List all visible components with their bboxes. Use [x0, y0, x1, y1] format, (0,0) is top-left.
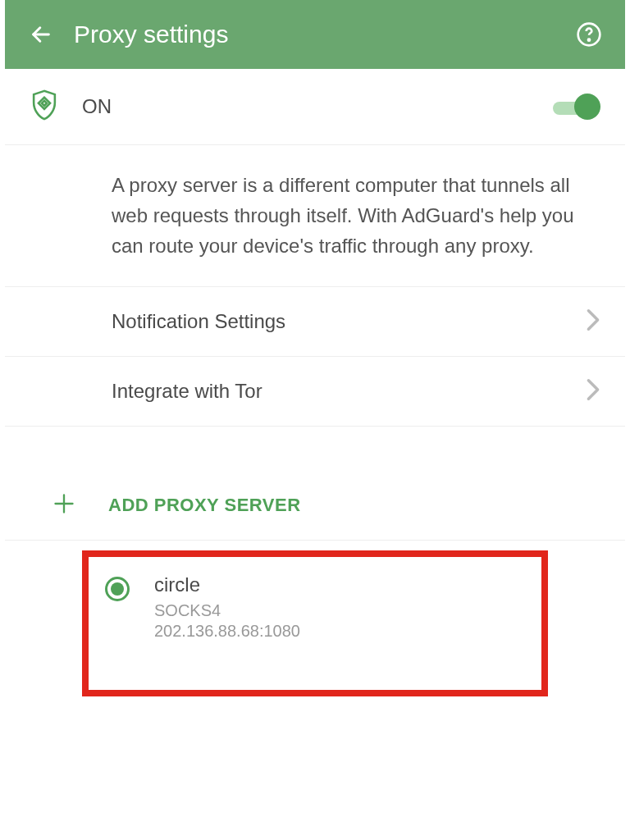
help-button[interactable] — [573, 18, 605, 51]
add-proxy-label: ADD PROXY SERVER — [108, 495, 301, 516]
integrate-tor-item[interactable]: Integrate with Tor — [5, 357, 625, 427]
proxy-toggle[interactable] — [553, 98, 600, 116]
spacer — [0, 427, 630, 471]
app-header: Proxy settings — [5, 0, 625, 69]
shield-icon — [30, 89, 59, 125]
proxy-details: circle SOCKS4 202.136.88.68:1080 — [154, 573, 300, 641]
proxy-address: 202.136.88.68:1080 — [154, 622, 300, 641]
chevron-right-icon — [586, 378, 600, 404]
page-title: Proxy settings — [74, 21, 573, 48]
svg-rect-3 — [39, 98, 50, 109]
arrow-left-icon — [30, 23, 52, 46]
svg-point-2 — [588, 39, 590, 41]
plus-icon — [52, 492, 75, 518]
radio-selected[interactable] — [105, 577, 130, 601]
proxy-server-item[interactable]: circle SOCKS4 202.136.88.68:1080 — [82, 550, 548, 696]
proxy-description: A proxy server is a different computer t… — [5, 145, 625, 287]
menu-label: Notification Settings — [112, 310, 586, 333]
add-proxy-button[interactable]: ADD PROXY SERVER — [5, 471, 625, 541]
status-label: ON — [82, 95, 553, 118]
menu-label: Integrate with Tor — [112, 380, 586, 403]
back-button[interactable] — [25, 18, 57, 51]
proxy-name: circle — [154, 573, 300, 596]
radio-icon — [105, 577, 130, 601]
proxy-status-row: ON — [5, 69, 625, 145]
chevron-right-icon — [586, 308, 600, 335]
toggle-thumb — [574, 94, 600, 120]
notification-settings-item[interactable]: Notification Settings — [5, 287, 625, 357]
proxy-type: SOCKS4 — [154, 601, 300, 620]
help-icon — [576, 21, 602, 48]
svg-rect-4 — [42, 101, 47, 106]
